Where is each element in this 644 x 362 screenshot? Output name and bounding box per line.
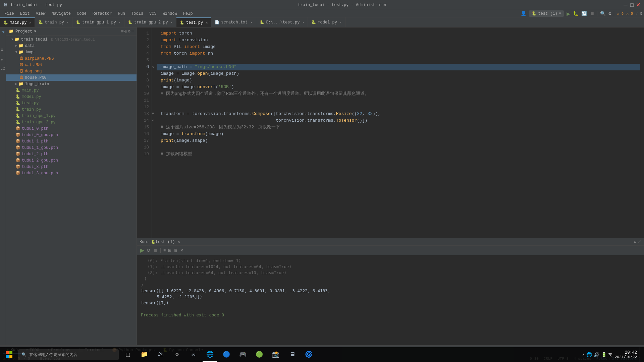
- run-settings-icon[interactable]: ⚙: [634, 239, 636, 244]
- taskbar-search[interactable]: 🔍 在这里输入你要搜索的内容: [18, 349, 119, 360]
- tab-train-gpu-2[interactable]: 🐍 train_gpu_2.py ✕: [124, 17, 176, 27]
- tray-battery[interactable]: 🔋: [601, 352, 607, 358]
- taskbar-mail[interactable]: ✉: [186, 347, 201, 362]
- tree-train-gpu-2-py[interactable]: 🐍 train_gpu_2.py: [6, 119, 137, 125]
- tray-up-arrow[interactable]: ∧: [582, 353, 585, 357]
- tree-tudui-3[interactable]: 📦 tudui_3.pth: [6, 164, 137, 170]
- maximize-button[interactable]: □: [630, 3, 634, 7]
- project-dropdown[interactable]: ▼: [34, 29, 36, 34]
- tab-close-model[interactable]: ✕: [340, 20, 342, 24]
- taskbar-task-view[interactable]: ⬚: [120, 347, 135, 362]
- tree-train-py[interactable]: 🐍 train.py: [6, 106, 137, 113]
- tree-logs[interactable]: ▶ 📁 logs_train: [6, 81, 137, 87]
- sidebar-icon-git[interactable]: ⎇: [0, 65, 6, 72]
- search-icon[interactable]: 🔍: [600, 11, 606, 16]
- debug-button[interactable]: 🐛: [573, 11, 579, 16]
- fold-13[interactable]: ▽: [152, 111, 157, 117]
- tree-airplane[interactable]: 🖼 airplane.PNG: [6, 55, 137, 62]
- tree-tudui-2-gpu[interactable]: 📦 tudui_2_gpu.pth: [6, 157, 137, 164]
- tab-close-test-py[interactable]: ✕: [206, 21, 208, 25]
- tray-network[interactable]: 🌐: [586, 352, 592, 358]
- taskbar-app-8[interactable]: 🟢: [252, 347, 267, 362]
- run-config-selector[interactable]: 🐍 test (1) ▼: [529, 10, 564, 17]
- tab-close-train-py[interactable]: ✕: [67, 20, 69, 24]
- menu-window[interactable]: Window: [160, 11, 180, 17]
- sidebar-icon-structure[interactable]: ≡: [0, 46, 6, 54]
- taskbar-app-9[interactable]: 📸: [268, 347, 283, 362]
- run-close-button[interactable]: ✕: [177, 239, 180, 244]
- menu-navigate[interactable]: Navigate: [49, 11, 73, 17]
- project-collapse-all[interactable]: ⊞: [121, 29, 123, 34]
- tab-ctest-py[interactable]: 🐍 C:\...\test.py ✕: [256, 17, 308, 27]
- menu-edit[interactable]: Edit: [17, 11, 33, 17]
- tree-model-py[interactable]: 🐍 model.py: [6, 94, 137, 100]
- run-clear-button[interactable]: 🗑: [173, 247, 178, 253]
- tab-close-ctest[interactable]: ✕: [302, 20, 304, 24]
- fold-14[interactable]: ◁: [152, 117, 157, 124]
- taskbar-app-11[interactable]: 🌀: [301, 347, 316, 362]
- tree-tudui-0-gpu[interactable]: 📦 tudui_0_gpu.pth: [6, 132, 137, 138]
- tree-tudui-1-gpu[interactable]: 📦 tudui_1_gpu.pth: [6, 144, 137, 151]
- tab-train-gpu-1[interactable]: 🐍 train_gpu_1.py ✕: [72, 17, 124, 27]
- tab-scratch-txt[interactable]: 📄 scratch.txt ✕: [211, 17, 256, 27]
- run-layout-button[interactable]: ⊞: [167, 247, 172, 253]
- tree-main-py[interactable]: 🐍 main.py: [6, 87, 137, 94]
- menu-view[interactable]: View: [33, 11, 48, 17]
- tree-tudui-3-gpu[interactable]: 📦 tudui_3_gpu.pth: [6, 170, 137, 176]
- run-stop-button[interactable]: ⏹: [152, 247, 158, 254]
- tree-cat[interactable]: 🖼 cat.PNG: [6, 62, 137, 68]
- menu-refactor[interactable]: Refactor: [90, 11, 115, 17]
- tree-data[interactable]: ▶ 📁 data: [6, 43, 137, 49]
- coverage-button[interactable]: 🔃: [581, 11, 587, 16]
- taskbar-edge[interactable]: 🔵: [219, 347, 234, 362]
- project-settings[interactable]: ⚙: [128, 29, 130, 34]
- code-area[interactable]: import torch import torchvision from PIL…: [157, 27, 640, 238]
- tab-main-py[interactable]: 🐍 main.py ✕: [0, 17, 35, 27]
- sidebar-icon-project[interactable]: P: [0, 29, 5, 35]
- run-button[interactable]: ▶: [567, 10, 570, 17]
- tree-root[interactable]: ▼ 📁 train_tudui E:\86133\train_tudui: [6, 36, 137, 43]
- run-expand-icon[interactable]: ⤢: [638, 239, 641, 244]
- tree-house[interactable]: 🖼 house.PNG: [6, 74, 137, 81]
- tab-close-train-gpu-2[interactable]: ✕: [171, 20, 173, 24]
- menu-tools[interactable]: Tools: [128, 11, 146, 17]
- taskbar-file-explorer[interactable]: 📁: [137, 347, 152, 362]
- run-play-button[interactable]: ▶: [140, 246, 145, 254]
- tab-test-py[interactable]: 🐍 test.py ✕: [176, 17, 211, 27]
- tray-language[interactable]: 英: [608, 352, 612, 357]
- taskbar-settings[interactable]: ⚙: [170, 347, 184, 362]
- tree-tudui-1[interactable]: 📦 tudui_1.pth: [6, 138, 137, 144]
- sidebar-icon-favorites[interactable]: ★: [0, 56, 6, 63]
- tray-volume[interactable]: 🔊: [594, 352, 599, 358]
- tab-model-py[interactable]: 🐍 model.py ✕: [308, 17, 345, 27]
- tree-dog[interactable]: 🖼 dog.png: [6, 68, 137, 74]
- taskbar-clock[interactable]: 20:42 2021/10/22: [615, 350, 637, 359]
- menu-help[interactable]: Help: [180, 11, 196, 17]
- minimize-button[interactable]: ─: [623, 3, 628, 7]
- run-format-button[interactable]: ≡: [163, 247, 166, 253]
- menu-vcs[interactable]: VCS: [147, 11, 159, 17]
- project-locate-file[interactable]: ◎: [124, 29, 127, 34]
- tab-close-scratch[interactable]: ✕: [250, 20, 252, 24]
- taskbar-pycharm[interactable]: 🖥: [285, 347, 300, 362]
- taskbar-app-7[interactable]: 🎮: [235, 347, 250, 362]
- tab-train-py[interactable]: 🐍 train.py ✕: [35, 17, 72, 27]
- menu-run[interactable]: Run: [115, 11, 128, 17]
- run-rerun-button[interactable]: ↺: [146, 247, 151, 254]
- stop-button[interactable]: ⏹: [590, 11, 594, 16]
- tree-imgs[interactable]: ▼ 📁 imgs: [6, 49, 137, 55]
- menu-code[interactable]: Code: [74, 11, 89, 17]
- project-minimize[interactable]: —: [131, 29, 134, 34]
- menu-file[interactable]: File: [2, 11, 17, 17]
- run-delete-button[interactable]: ✕: [179, 247, 184, 253]
- taskbar-browser[interactable]: 🌐: [203, 347, 217, 362]
- tree-train-gpu-1-py[interactable]: 🐍 train_gpu_1.py: [6, 113, 137, 119]
- start-button[interactable]: [2, 347, 16, 362]
- tab-close-main-py[interactable]: ✕: [29, 21, 31, 25]
- settings-icon[interactable]: ⚙: [608, 11, 611, 16]
- tree-tudui-2[interactable]: 📦 tudui_2.pth: [6, 151, 137, 157]
- run-output[interactable]: (6): Flatten(start_dim=1, end_dim=-1) (7…: [137, 255, 644, 345]
- close-button[interactable]: ✕: [636, 3, 641, 7]
- tree-tudui-0[interactable]: 📦 tudui_0.pth: [6, 125, 137, 132]
- taskbar-store[interactable]: 🛍: [153, 347, 168, 362]
